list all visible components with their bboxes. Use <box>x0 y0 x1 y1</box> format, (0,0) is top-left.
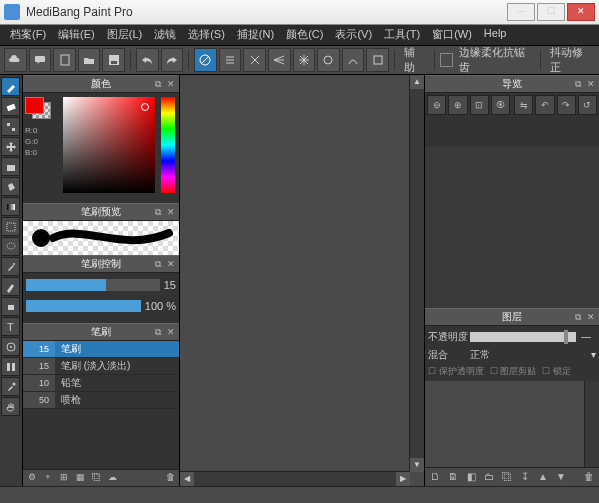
menu-window[interactable]: 窗口(W) <box>426 25 478 45</box>
eraser-tool[interactable] <box>1 97 20 116</box>
new-layer3-icon[interactable]: ◧ <box>463 470 479 484</box>
duplicate-icon[interactable]: ⿻ <box>89 472 103 484</box>
undock-icon[interactable]: ⧉ <box>155 327 165 337</box>
scroll-left-icon[interactable]: ◀ <box>180 472 194 486</box>
close-panel-icon[interactable]: ✕ <box>167 327 177 337</box>
snap-curve-icon[interactable] <box>342 48 365 72</box>
undo-icon[interactable] <box>136 48 159 72</box>
new-layer2-icon[interactable]: 🗎 <box>445 470 461 484</box>
operation-tool[interactable] <box>1 337 20 356</box>
snap-parallel-icon[interactable] <box>219 48 242 72</box>
zoom-out-icon[interactable]: ⊖ <box>427 95 446 115</box>
move-tool[interactable] <box>1 137 20 156</box>
menu-tool[interactable]: 工具(T) <box>378 25 426 45</box>
brush-item[interactable]: 10铅笔 <box>23 375 179 392</box>
flip-icon[interactable]: ⇋ <box>514 95 533 115</box>
scroll-up-icon[interactable]: ▲ <box>410 75 424 89</box>
brush-item[interactable]: 50喷枪 <box>23 392 179 409</box>
undock-icon[interactable]: ⧉ <box>575 79 585 89</box>
snap-off-icon[interactable] <box>194 48 217 72</box>
snap-cross-icon[interactable] <box>243 48 266 72</box>
gradient-tool[interactable] <box>1 197 20 216</box>
undock-icon[interactable]: ⧉ <box>155 259 165 269</box>
redo-icon[interactable] <box>161 48 184 72</box>
text-tool[interactable]: T <box>1 317 20 336</box>
brush-opacity-slider[interactable] <box>26 300 141 312</box>
menu-layer[interactable]: 图层(L) <box>101 25 148 45</box>
saturation-value-picker[interactable] <box>63 97 155 193</box>
aa-checkbox[interactable] <box>440 53 453 67</box>
eyedropper-tool[interactable] <box>1 377 20 396</box>
layer-opacity-slider[interactable] <box>470 332 576 342</box>
close-panel-icon[interactable]: ✕ <box>587 79 597 89</box>
scroll-down-icon[interactable]: ▼ <box>410 458 424 472</box>
layer-list[interactable] <box>425 381 599 468</box>
brush-item[interactable]: 15笔刷 <box>23 341 179 358</box>
foreground-color[interactable] <box>25 97 44 114</box>
hand-tool[interactable] <box>1 397 20 416</box>
layer-up-icon[interactable]: ▲ <box>535 470 551 484</box>
add-folder-icon[interactable]: ▦ <box>73 472 87 484</box>
scrollbar-h[interactable] <box>194 472 396 486</box>
zoom-in-icon[interactable]: ⊕ <box>448 95 467 115</box>
zoom-fit-icon[interactable]: ⊡ <box>470 95 489 115</box>
protect-alpha-checkbox[interactable]: 保护透明度 <box>428 365 484 378</box>
brush-list[interactable]: 15笔刷 15笔刷 (淡入淡出) 10铅笔 50喷枪 <box>23 341 179 469</box>
menu-filter[interactable]: 滤镜 <box>148 25 182 45</box>
duplicate-layer-icon[interactable]: ⿻ <box>499 470 515 484</box>
close-panel-icon[interactable]: ✕ <box>587 312 597 322</box>
dot-tool[interactable] <box>1 117 20 136</box>
rotate-left-icon[interactable]: ↶ <box>535 95 554 115</box>
cloud-icon[interactable] <box>4 48 27 72</box>
fill-tool[interactable] <box>1 157 20 176</box>
new-layer-icon[interactable]: 🗋 <box>427 470 443 484</box>
maximize-button[interactable]: ☐ <box>537 3 565 21</box>
menu-edit[interactable]: 编辑(E) <box>52 25 101 45</box>
save-icon[interactable] <box>102 48 125 72</box>
bucket-tool[interactable] <box>1 177 20 196</box>
close-panel-icon[interactable]: ✕ <box>167 259 177 269</box>
trash-icon[interactable]: 🗑 <box>163 472 177 484</box>
canvas-area[interactable]: ▲▼ ◀▶ <box>180 75 425 486</box>
divide-tool[interactable] <box>1 357 20 376</box>
snap-settings-icon[interactable] <box>366 48 389 72</box>
erase-select-tool[interactable] <box>1 297 20 316</box>
reset-icon[interactable]: ↺ <box>578 95 597 115</box>
snap-radial-icon[interactable] <box>293 48 316 72</box>
close-panel-icon[interactable]: ✕ <box>167 207 177 217</box>
add-group-icon[interactable]: ⊞ <box>57 472 71 484</box>
color-swatches[interactable] <box>25 97 51 119</box>
close-panel-icon[interactable]: ✕ <box>167 79 177 89</box>
zoom-100-icon[interactable]: ⦿ <box>491 95 510 115</box>
undock-icon[interactable]: ⧉ <box>575 312 585 322</box>
lasso-tool[interactable] <box>1 237 20 256</box>
chat-icon[interactable] <box>29 48 52 72</box>
merge-down-icon[interactable]: ↧ <box>517 470 533 484</box>
brush-item[interactable]: 15笔刷 (淡入淡出) <box>23 358 179 375</box>
layer-scrollbar[interactable] <box>584 381 599 468</box>
scroll-right-icon[interactable]: ▶ <box>396 472 410 486</box>
blend-mode-select[interactable]: 正常 <box>470 348 490 362</box>
pen-select-tool[interactable] <box>1 277 20 296</box>
add-brush-icon[interactable]: + <box>41 472 55 484</box>
menu-snap[interactable]: 捕捉(N) <box>231 25 280 45</box>
dropdown-icon[interactable]: ▾ <box>591 349 596 360</box>
download-icon[interactable]: ☁ <box>105 472 119 484</box>
wand-tool[interactable] <box>1 257 20 276</box>
clipping-checkbox[interactable]: 图层剪贴 <box>490 365 537 378</box>
menu-select[interactable]: 选择(S) <box>182 25 231 45</box>
undock-icon[interactable]: ⧉ <box>155 79 165 89</box>
brush-tool[interactable] <box>1 77 20 96</box>
close-button[interactable]: ✕ <box>567 3 595 21</box>
scrollbar-v[interactable] <box>410 89 424 458</box>
delete-layer-icon[interactable]: 🗑 <box>581 470 597 484</box>
select-tool[interactable] <box>1 217 20 236</box>
lock-checkbox[interactable]: 锁定 <box>542 365 571 378</box>
new-folder-icon[interactable]: 🗀 <box>481 470 497 484</box>
new-icon[interactable] <box>53 48 76 72</box>
open-icon[interactable] <box>78 48 101 72</box>
snap-circle-icon[interactable] <box>317 48 340 72</box>
menu-file[interactable]: 档案(F) <box>4 25 52 45</box>
menu-help[interactable]: Help <box>478 25 513 45</box>
minimize-button[interactable]: ─ <box>507 3 535 21</box>
